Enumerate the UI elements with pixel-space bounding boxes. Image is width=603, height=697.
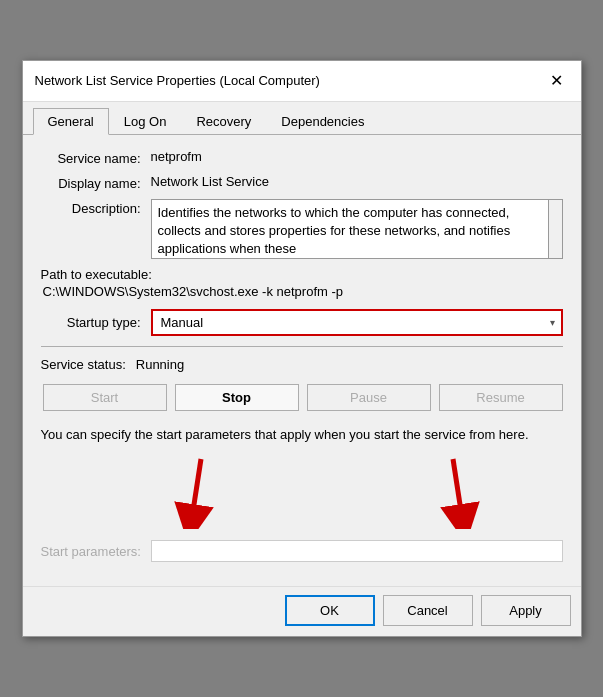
close-button[interactable]: ✕: [545, 69, 569, 93]
service-status-label: Service status:: [41, 357, 126, 372]
pause-service-button[interactable]: Pause: [307, 384, 431, 411]
start-params-label: Start parameters:: [41, 544, 141, 559]
dialog-window: Network List Service Properties (Local C…: [22, 60, 582, 638]
start-parameters-row: Start parameters:: [41, 540, 563, 562]
service-name-label: Service name:: [41, 149, 151, 166]
service-name-value: netprofm: [151, 149, 563, 164]
start-params-input[interactable]: [151, 540, 563, 562]
display-name-value: Network List Service: [151, 174, 563, 189]
ok-arrow-icon: [171, 454, 231, 529]
apply-arrow-icon: [423, 454, 483, 529]
path-value: C:\WINDOWS\System32\svchost.exe -k netpr…: [43, 284, 563, 299]
service-status-row: Service status: Running: [41, 357, 563, 372]
stop-service-button[interactable]: Stop: [175, 384, 299, 411]
tab-dependencies[interactable]: Dependencies: [266, 108, 379, 135]
window-title: Network List Service Properties (Local C…: [35, 73, 320, 88]
description-label: Description:: [41, 199, 151, 216]
resume-service-button[interactable]: Resume: [439, 384, 563, 411]
info-text: You can specify the start parameters tha…: [41, 425, 563, 445]
startup-type-select[interactable]: Automatic Automatic (Delayed Start) Manu…: [153, 311, 561, 334]
arrows-area: [41, 454, 563, 534]
svg-line-3: [453, 459, 463, 524]
service-status-value: Running: [136, 357, 184, 372]
description-row: Description: Identifies the networks to …: [41, 199, 563, 259]
display-name-row: Display name: Network List Service: [41, 174, 563, 191]
tab-general[interactable]: General: [33, 108, 109, 135]
bottom-buttons-bar: OK Cancel Apply: [23, 586, 581, 636]
tab-logon[interactable]: Log On: [109, 108, 182, 135]
path-section: Path to executable: C:\WINDOWS\System32\…: [41, 267, 563, 299]
display-name-label: Display name:: [41, 174, 151, 191]
tabs-bar: General Log On Recovery Dependencies: [23, 102, 581, 135]
path-label: Path to executable:: [41, 267, 563, 282]
service-buttons-row: Start Stop Pause Resume: [43, 384, 563, 411]
start-service-button[interactable]: Start: [43, 384, 167, 411]
tab-recovery[interactable]: Recovery: [181, 108, 266, 135]
apply-button[interactable]: Apply: [481, 595, 571, 626]
startup-type-row: Startup type: Automatic Automatic (Delay…: [41, 309, 563, 336]
service-name-row: Service name: netprofm: [41, 149, 563, 166]
svg-line-1: [191, 459, 201, 524]
description-text: Identifies the networks to which the com…: [158, 205, 511, 256]
ok-button[interactable]: OK: [285, 595, 375, 626]
title-bar: Network List Service Properties (Local C…: [23, 61, 581, 102]
divider: [41, 346, 563, 347]
cancel-button[interactable]: Cancel: [383, 595, 473, 626]
content-area: Service name: netprofm Display name: Net…: [23, 135, 581, 587]
startup-type-label: Startup type:: [41, 315, 151, 330]
scrollbar[interactable]: [548, 200, 562, 258]
description-box[interactable]: Identifies the networks to which the com…: [151, 199, 563, 259]
startup-type-wrapper: Automatic Automatic (Delayed Start) Manu…: [151, 309, 563, 336]
